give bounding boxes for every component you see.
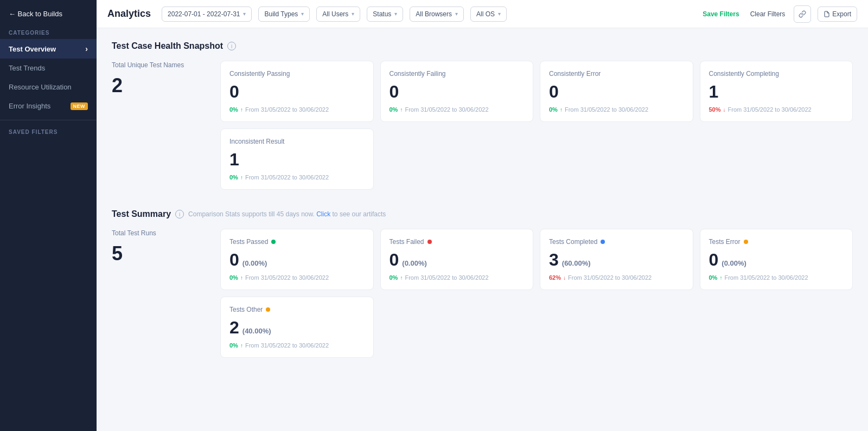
date-range-value: 2022-07-01 - 2022-07-31 [168, 10, 240, 18]
tests-other-card: Tests Other 2 (40.00%) 0% ↑ From 31/05/2… [220, 297, 374, 358]
summary-layout: Total Test Runs 5 Tests Passed 0 (0.00%)… [112, 229, 853, 358]
stat-range: From 31/05/2022 to 30/06/2022 [565, 106, 648, 113]
stat-range: From 31/05/2022 to 30/06/2022 [245, 174, 329, 181]
arrow-up-icon: ↑ [400, 107, 403, 113]
card-value-group: 3 (60.00%) [549, 250, 684, 270]
sidebar-item-error-insights[interactable]: Error Insights NEW [0, 97, 97, 115]
stat-range: From 31/05/2022 to 30/06/2022 [245, 274, 329, 281]
arrow-up-icon: ↑ [240, 275, 243, 281]
stat-pct: 0% [229, 274, 238, 281]
back-to-builds[interactable]: ← Back to Builds [0, 0, 97, 25]
sidebar-item-test-overview[interactable]: Test Overview › [0, 39, 97, 59]
arrow-down-icon: ↓ [723, 107, 726, 113]
orange-dot-icon [744, 240, 748, 244]
tests-passed-card: Tests Passed 0 (0.00%) 0% ↑ From 31/05/2… [220, 229, 374, 290]
stat-pct: 0% [229, 174, 238, 181]
stat-range: From 31/05/2022 to 30/06/2022 [405, 106, 488, 113]
status-filter[interactable]: Status ▾ [367, 7, 403, 22]
chevron-down-icon: ▾ [498, 11, 501, 17]
total-unique-value: 2 [112, 74, 203, 97]
card-stat: 0% ↑ From 31/05/2022 to 30/06/2022 [390, 106, 525, 113]
all-os-value: All OS [476, 10, 495, 18]
main-content: Analytics 2022-07-01 - 2022-07-31 ▾ Buil… [97, 0, 868, 431]
total-unique-test-names: Total Unique Test Names 2 [112, 61, 220, 190]
click-link[interactable]: Click [316, 210, 330, 218]
tests-failed-card: Tests Failed 0 (0.00%) 0% ↑ From 31/05/2… [380, 229, 534, 290]
all-users-filter[interactable]: All Users ▾ [316, 7, 360, 22]
total-unique-label: Total Unique Test Names [112, 61, 203, 70]
card-label: Consistently Passing [229, 70, 365, 78]
card-value: 0 [229, 82, 365, 102]
arrow-up-icon: ↑ [240, 175, 243, 181]
chevron-down-icon: ▾ [352, 11, 354, 17]
comparison-note: Comparison Stats supports till 45 days n… [188, 210, 386, 218]
link-icon[interactable] [794, 5, 811, 23]
health-snapshot-section-header: Test Case Health Snapshot i [112, 41, 853, 51]
total-runs-value: 5 [112, 242, 203, 265]
card-stat: 0% ↑ From 31/05/2022 to 30/06/2022 [229, 274, 365, 281]
stat-pct: 0% [549, 106, 558, 113]
health-snapshot-info-icon[interactable]: i [227, 42, 236, 50]
save-filters-button[interactable]: Save Filters [700, 10, 741, 18]
snapshot-layout: Total Unique Test Names 2 Consistently P… [112, 61, 853, 190]
card-value-group: 0 (0.00%) [229, 250, 365, 270]
card-stat: 0% ↑ From 31/05/2022 to 30/06/2022 [229, 342, 365, 349]
content-area: Test Case Health Snapshot i Total Unique… [97, 28, 868, 431]
chevron-down-icon: ▾ [394, 11, 397, 17]
card-stat: 0% ↑ From 31/05/2022 to 30/06/2022 [390, 274, 525, 281]
test-summary-section-header: Test Summary i Comparison Stats supports… [112, 209, 853, 219]
page-title: Analytics [107, 8, 151, 20]
card-stat: 0% ↑ From 31/05/2022 to 30/06/2022 [229, 106, 365, 113]
new-badge: NEW [71, 102, 88, 110]
stat-range: From 31/05/2022 to 30/06/2022 [245, 342, 329, 349]
card-label: Inconsistent Result [229, 138, 365, 145]
export-button[interactable]: Export [818, 7, 857, 22]
card-label: Tests Other [229, 306, 365, 313]
stat-range: From 31/05/2022 to 30/06/2022 [568, 274, 652, 281]
arrow-up-icon: ↑ [400, 275, 403, 281]
chevron-down-icon: ▾ [455, 11, 458, 17]
build-types-filter[interactable]: Build Types ▾ [258, 7, 310, 22]
chevron-down-icon: ▾ [301, 11, 304, 17]
clear-filters-button[interactable]: Clear Filters [748, 10, 788, 18]
health-snapshot-title: Test Case Health Snapshot [112, 41, 223, 51]
date-range-filter[interactable]: 2022-07-01 - 2022-07-31 ▾ [162, 7, 252, 22]
tests-error-card: Tests Error 0 (0.00%) 0% ↑ From 31/05/20… [700, 229, 853, 290]
stat-range: From 31/05/2022 to 30/06/2022 [245, 106, 329, 113]
test-summary-title: Test Summary [112, 209, 171, 219]
sidebar-item-resource-utilization[interactable]: Resource Utilization [0, 78, 97, 97]
arrow-down-icon: ↓ [563, 275, 566, 281]
tests-completed-card: Tests Completed 3 (60.00%) 62% ↓ From 31… [540, 229, 693, 290]
card-label: Consistently Error [549, 70, 684, 78]
all-os-filter[interactable]: All OS ▾ [470, 7, 507, 22]
consistently-failing-card: Consistently Failing 0 0% ↑ From 31/05/2… [380, 61, 534, 122]
card-value-group: 0 (0.00%) [709, 250, 844, 270]
stat-pct: 0% [709, 274, 718, 281]
green-dot-icon [271, 240, 276, 244]
summary-cards-grid: Tests Passed 0 (0.00%) 0% ↑ From 31/05/2… [220, 229, 853, 358]
sidebar-item-label: Error Insights [9, 102, 50, 110]
all-users-value: All Users [322, 10, 348, 18]
card-stat: 62% ↓ From 31/05/2022 to 30/06/2022 [549, 274, 684, 281]
consistently-completing-card: Consistently Completing 1 50% ↓ From 31/… [700, 61, 853, 122]
stat-range: From 31/05/2022 to 30/06/2022 [728, 106, 812, 113]
sidebar-item-label: Test Overview [9, 45, 56, 53]
stat-pct: 0% [390, 274, 398, 281]
card-value: 1 [709, 82, 844, 102]
stat-pct: 50% [709, 106, 721, 113]
saved-filters-label: SAVED FILTERS [0, 125, 97, 138]
stat-pct: 0% [390, 106, 398, 113]
card-label: Consistently Failing [390, 70, 525, 78]
card-value-group: 2 (40.00%) [229, 318, 365, 338]
card-label: Consistently Completing [709, 70, 844, 78]
inconsistent-result-card: Inconsistent Result 1 0% ↑ From 31/05/20… [220, 128, 374, 190]
card-label: Tests Passed [229, 238, 365, 246]
test-summary-info-icon[interactable]: i [175, 210, 184, 218]
card-stat: 0% ↑ From 31/05/2022 to 30/06/2022 [709, 274, 844, 281]
arrow-up-icon: ↑ [719, 275, 722, 281]
card-value: 1 [229, 150, 365, 170]
sidebar-divider [0, 120, 97, 120]
all-browsers-filter[interactable]: All Browsers ▾ [410, 7, 464, 22]
all-browsers-value: All Browsers [416, 10, 452, 18]
sidebar-item-test-trends[interactable]: Test Trends [0, 59, 97, 78]
